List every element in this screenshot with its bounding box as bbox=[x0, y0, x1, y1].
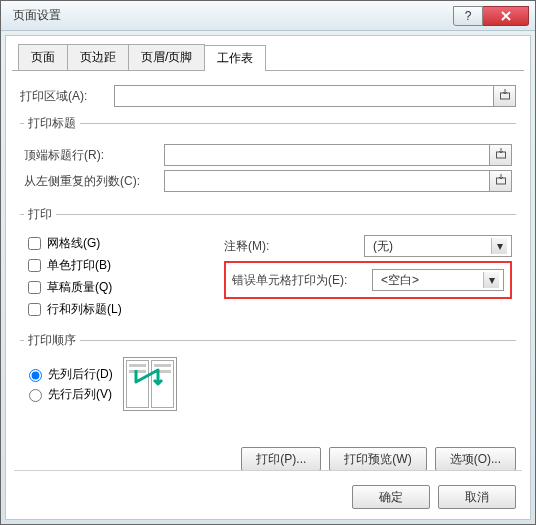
window-controls: ? bbox=[453, 6, 529, 26]
svg-text:?: ? bbox=[465, 10, 472, 22]
cancel-button[interactable]: 取消 bbox=[438, 485, 516, 509]
client-area: 页面 页边距 页眉/页脚 工作表 打印区域(A): 打印标题 顶端标题行(R): bbox=[5, 35, 531, 520]
window-title: 页面设置 bbox=[7, 7, 453, 24]
tab-strip: 页面 页边距 页眉/页脚 工作表 bbox=[12, 44, 524, 71]
ok-button[interactable]: 确定 bbox=[352, 485, 430, 509]
print-titles-legend: 打印标题 bbox=[24, 115, 80, 132]
print-options-legend: 打印 bbox=[24, 206, 56, 223]
errors-label: 错误单元格打印为(E): bbox=[232, 272, 372, 289]
over-down-radio[interactable] bbox=[29, 389, 42, 402]
title-cols-range-picker[interactable] bbox=[490, 170, 512, 192]
tab-header-footer[interactable]: 页眉/页脚 bbox=[128, 44, 205, 70]
down-over-radio[interactable] bbox=[29, 369, 42, 382]
print-area-row: 打印区域(A): bbox=[20, 85, 516, 107]
over-down-radio-row[interactable]: 先行后列(V) bbox=[24, 386, 113, 403]
collapse-dialog-icon bbox=[495, 148, 507, 163]
title-bar[interactable]: 页面设置 ? bbox=[1, 1, 535, 31]
gridlines-checkbox[interactable] bbox=[28, 237, 41, 250]
page-order-legend: 打印顺序 bbox=[24, 332, 80, 349]
rowcolhdr-check[interactable]: 行和列标题(L) bbox=[24, 300, 224, 319]
errors-value: <空白> bbox=[377, 272, 419, 289]
collapse-dialog-icon bbox=[499, 89, 511, 104]
chevron-down-icon: ▾ bbox=[483, 272, 499, 288]
print-area-input[interactable] bbox=[114, 85, 494, 107]
tab-sheet[interactable]: 工作表 bbox=[204, 45, 266, 71]
bw-check[interactable]: 单色打印(B) bbox=[24, 256, 224, 275]
print-preview-button[interactable]: 打印预览(W) bbox=[329, 447, 426, 471]
title-cols-label: 从左侧重复的列数(C): bbox=[24, 173, 164, 190]
comments-value: (无) bbox=[369, 238, 393, 255]
errors-dropdown[interactable]: <空白> ▾ bbox=[372, 269, 504, 291]
tab-page[interactable]: 页面 bbox=[18, 44, 68, 70]
draft-check[interactable]: 草稿质量(Q) bbox=[24, 278, 224, 297]
title-rows-range-picker[interactable] bbox=[490, 144, 512, 166]
collapse-dialog-icon bbox=[495, 174, 507, 189]
title-rows-label: 顶端标题行(R): bbox=[24, 147, 164, 164]
help-button[interactable]: ? bbox=[453, 6, 483, 26]
errors-highlight-box: 错误单元格打印为(E): <空白> ▾ bbox=[224, 261, 512, 299]
title-cols-input[interactable] bbox=[164, 170, 490, 192]
action-button-bar: 打印(P)... 打印预览(W) 选项(O)... bbox=[241, 447, 516, 471]
footer-divider bbox=[14, 470, 522, 471]
title-rows-input[interactable] bbox=[164, 144, 490, 166]
gridlines-check[interactable]: 网格线(G) bbox=[24, 234, 224, 253]
page-order-preview-icon bbox=[123, 357, 177, 411]
dialog-footer: 确定 取消 bbox=[352, 477, 516, 509]
print-titles-group: 打印标题 顶端标题行(R): 从左侧重复的列数(C): bbox=[20, 115, 516, 198]
print-options-group: 打印 网格线(G) 单色打印(B) 草稿质量(Q) bbox=[20, 206, 516, 324]
bw-checkbox[interactable] bbox=[28, 259, 41, 272]
close-button[interactable] bbox=[483, 6, 529, 26]
print-area-label: 打印区域(A): bbox=[20, 88, 114, 105]
options-button[interactable]: 选项(O)... bbox=[435, 447, 516, 471]
down-over-radio-row[interactable]: 先列后行(D) bbox=[24, 366, 113, 383]
chevron-down-icon: ▾ bbox=[491, 238, 507, 254]
print-area-range-picker[interactable] bbox=[494, 85, 516, 107]
rowcolhdr-checkbox[interactable] bbox=[28, 303, 41, 316]
tab-margins[interactable]: 页边距 bbox=[67, 44, 129, 70]
sheet-tab-content: 打印区域(A): 打印标题 顶端标题行(R): bbox=[12, 71, 524, 413]
comments-dropdown[interactable]: (无) ▾ bbox=[364, 235, 512, 257]
print-button[interactable]: 打印(P)... bbox=[241, 447, 321, 471]
draft-checkbox[interactable] bbox=[28, 281, 41, 294]
page-setup-dialog: 页面设置 ? 页面 页边距 页眉/页脚 工作表 打印区域(A): bbox=[0, 0, 536, 525]
page-order-group: 打印顺序 先列后行(D) 先行后列(V) bbox=[20, 332, 516, 413]
comments-label: 注释(M): bbox=[224, 238, 364, 255]
